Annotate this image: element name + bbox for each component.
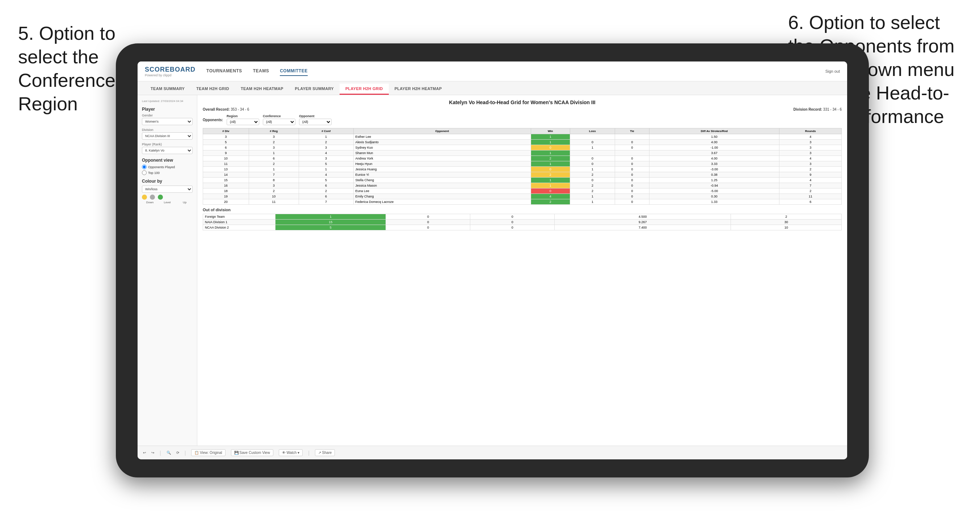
cell-win: 1 [531, 183, 570, 189]
sign-out-link[interactable]: Sign out [826, 69, 840, 73]
col-win: Win [531, 129, 570, 134]
toolbar-undo[interactable]: ↩ [143, 451, 146, 455]
cell-conf: 5 [299, 178, 353, 183]
cell-diff: 0.38 [649, 172, 780, 178]
sub-tab-player-summary[interactable]: PLAYER SUMMARY [289, 84, 340, 95]
toolbar-zoom[interactable]: 🔍 [167, 451, 171, 455]
radio-opponents-played[interactable]: Opponents Played [142, 165, 192, 169]
radio-top100[interactable]: Top 100 [142, 170, 192, 175]
nav-tab-teams[interactable]: TEAMS [253, 67, 269, 76]
content-area: Katelyn Vo Head-to-Head Grid for Women's… [197, 95, 847, 446]
cell-loss [570, 151, 615, 156]
cell-opponent: Eunice Yi [353, 172, 531, 178]
cell-win: 2 [531, 156, 570, 161]
cell-div: 16 [203, 183, 249, 189]
sub-tab-team-h2h-grid[interactable]: TEAM H2H GRID [191, 84, 235, 95]
sub-tab-player-h2h-heatmap[interactable]: PLAYER H2H HEATMAP [389, 84, 448, 95]
watch-btn[interactable]: 👁 Watch ▾ [279, 449, 303, 456]
cell-opponent: Esther Lee [353, 134, 531, 140]
cell-tie: 0 [615, 161, 649, 167]
cell-opponent: Emily Chang [353, 194, 531, 199]
sub-tab-team-summary[interactable]: TEAM SUMMARY [145, 84, 191, 95]
cell-tie: 0 [615, 172, 649, 178]
app-header-left: SCOREBOARD Powered by clippd TOURNAMENTS… [145, 66, 308, 77]
cell-diff: -1.00 [649, 145, 780, 151]
cell-diff: 3.67 [649, 151, 780, 156]
opponent-select[interactable]: (All) [299, 119, 332, 125]
division-record: Division Record: 331 - 34 - 6 [794, 108, 842, 111]
cell-tie: 0 [615, 167, 649, 172]
cell-diff: -3.00 [649, 167, 780, 172]
cell-rounds: 3 [780, 145, 842, 151]
save-custom-btn[interactable]: 💾 Save Custom View [231, 449, 273, 456]
col-loss: Loss [570, 129, 615, 134]
cell-conf: 1 [299, 134, 353, 140]
region-select[interactable]: (All) [227, 119, 259, 125]
division-select[interactable]: NCAA Division III NCAA Division I NCAA D… [142, 132, 192, 140]
conference-label: Conference [263, 114, 296, 118]
table-row: 15 8 5 Stella Cheng 1 0 0 1.25 4 [203, 178, 842, 183]
cell-loss: 0 [570, 156, 615, 161]
col-reg: # Reg [249, 129, 299, 134]
conference-select[interactable]: (All) [263, 119, 296, 125]
ood-cell-diff: 7.400 [555, 225, 731, 230]
cell-reg: 2 [249, 161, 299, 167]
col-rounds: Rounds [780, 129, 842, 134]
cell-rounds: 6 [780, 199, 842, 205]
conference-filter: Conference (All) [263, 114, 296, 125]
cell-diff: 1.50 [649, 134, 780, 140]
ood-table-row: NCAA Division 2 5 0 0 7.400 10 [203, 225, 842, 230]
main-content: Last Updated: 27/03/2024 04:34 Player Ge… [138, 95, 847, 446]
nav-tab-tournaments[interactable]: TOURNAMENTS [206, 67, 242, 76]
circle-level [150, 195, 155, 200]
gender-select[interactable]: Women's Men's [142, 118, 192, 125]
player-rank-select[interactable]: 8. Katelyn Vo [142, 147, 192, 154]
filter-row: Opponents: Region (All) Conference (All) [203, 114, 842, 125]
table-row: 5 2 2 Alexis Sudjianto 1 0 0 4.00 3 [203, 140, 842, 145]
nav-tabs: TOURNAMENTS TEAMS COMMITTEE [206, 67, 308, 76]
tablet-frame: SCOREBOARD Powered by clippd TOURNAMENTS… [116, 43, 869, 478]
ood-cell-win: 5 [275, 225, 386, 230]
nav-tab-committee[interactable]: COMMITTEE [280, 67, 308, 76]
table-row: 16 3 6 Jessica Mason 1 2 0 -0.94 7 [203, 183, 842, 189]
cell-win: 0 [531, 167, 570, 172]
cell-loss: 2 [570, 189, 615, 194]
circle-up [158, 195, 163, 200]
cell-opponent: Sharon Mun [353, 151, 531, 156]
cell-diff: 4.00 [649, 140, 780, 145]
cell-tie: 0 [615, 140, 649, 145]
col-tie: Tie [615, 129, 649, 134]
sub-tab-player-h2h-grid[interactable]: PLAYER H2H GRID [340, 84, 389, 95]
cell-tie: 0 [615, 145, 649, 151]
sub-tab-team-h2h-heatmap[interactable]: TEAM H2H HEATMAP [235, 84, 289, 95]
region-filter: Region (All) [227, 114, 259, 125]
colour-labels: Down Level Up [142, 201, 192, 204]
cell-opponent: Andrea York [353, 156, 531, 161]
out-of-division-table: Foreign Team 1 0 0 4.500 2 NAIA Division… [203, 214, 842, 230]
cell-rounds: 4 [780, 156, 842, 161]
cell-opponent: Heeju Hyun [353, 161, 531, 167]
table-row: 14 7 4 Eunice Yi 2 2 0 0.38 9 [203, 172, 842, 178]
toolbar-refresh[interactable]: ⟳ [176, 451, 179, 455]
cell-conf: 1 [299, 167, 353, 172]
cell-div: 20 [203, 199, 249, 205]
player-section-title: Player [142, 107, 192, 112]
cell-reg: 8 [249, 178, 299, 183]
cell-rounds: 3 [780, 151, 842, 156]
cell-conf: 6 [299, 194, 353, 199]
cell-loss: 2 [570, 172, 615, 178]
cell-tie: 0 [615, 178, 649, 183]
division-field: Division NCAA Division III NCAA Division… [142, 128, 192, 140]
cell-reg: 2 [249, 189, 299, 194]
cell-conf: 5 [299, 161, 353, 167]
division-label: Division [142, 128, 192, 132]
share-btn[interactable]: ↗ Share [315, 449, 335, 456]
cell-reg: 2 [249, 140, 299, 145]
cell-diff: 1.33 [649, 199, 780, 205]
bottom-toolbar: ↩ ↪ | 🔍 ⟳ | 📋 View: Original 💾 Save Cust… [138, 446, 847, 459]
cell-rounds: 3 [780, 140, 842, 145]
view-original-btn[interactable]: 📋 View: Original [191, 449, 225, 456]
app-header: SCOREBOARD Powered by clippd TOURNAMENTS… [138, 62, 847, 81]
toolbar-redo[interactable]: ↪ [151, 451, 154, 455]
colour-select[interactable]: Win/loss [142, 186, 192, 193]
